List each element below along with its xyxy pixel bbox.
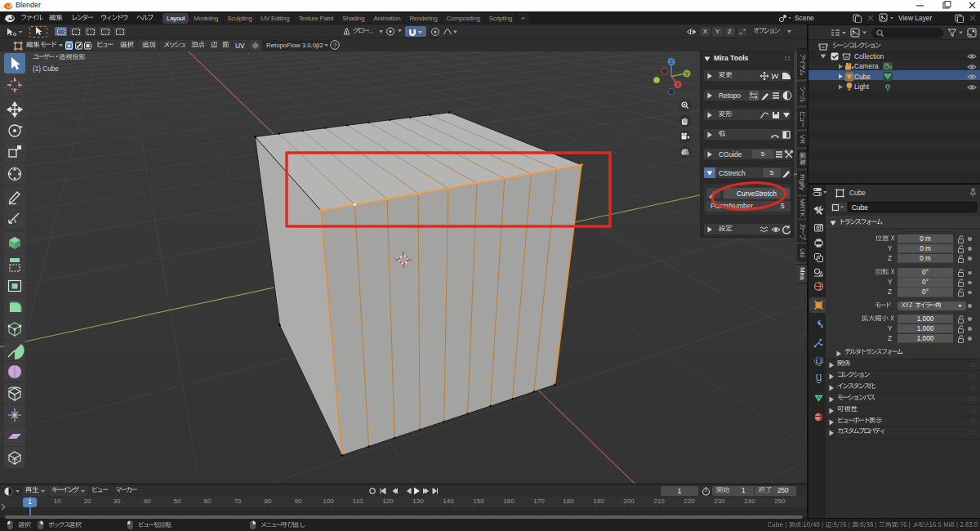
svg-text:Y: Y — [685, 71, 689, 77]
svg-text:Z: Z — [670, 59, 673, 65]
svg-text:X: X — [676, 82, 680, 87]
svg-text:?: ? — [333, 42, 337, 49]
